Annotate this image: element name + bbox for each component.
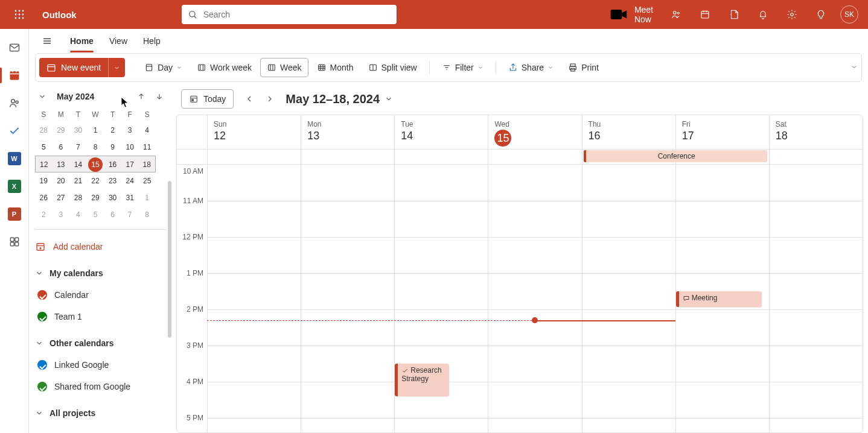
mini-date-cell[interactable]: 31 — [121, 189, 139, 206]
time-slot[interactable] — [301, 346, 394, 382]
view-month[interactable]: Month — [311, 58, 360, 77]
time-slot[interactable] — [582, 418, 675, 432]
time-slot[interactable] — [207, 346, 301, 382]
mini-date-cell[interactable]: 25 — [138, 172, 156, 189]
time-slot[interactable] — [582, 237, 675, 273]
mini-date-cell[interactable]: 28 — [35, 122, 53, 139]
view-split[interactable]: Split view — [362, 58, 423, 77]
mini-date-cell[interactable]: 20 — [53, 172, 70, 189]
mini-date-cell[interactable]: 15 — [87, 156, 104, 172]
app-launcher[interactable] — [5, 0, 34, 29]
search-box[interactable] — [182, 5, 397, 24]
mini-date-cell[interactable]: 30 — [69, 122, 87, 139]
mini-date-cell[interactable]: 30 — [104, 189, 121, 206]
allday-slot[interactable] — [769, 150, 863, 164]
time-slot[interactable] — [301, 418, 394, 432]
allday-slot[interactable] — [394, 150, 488, 164]
date-range-picker[interactable]: May 12–18, 2024 — [286, 92, 393, 106]
day-header[interactable]: Fri17 — [675, 115, 769, 149]
rail-apps[interactable] — [0, 228, 29, 256]
nav-toggle[interactable] — [35, 29, 59, 53]
mini-date-cell[interactable]: 2 — [104, 122, 121, 139]
time-slot[interactable] — [769, 201, 863, 237]
mini-date-cell[interactable]: 5 — [35, 139, 53, 156]
time-slot[interactable] — [488, 346, 581, 382]
share-button[interactable]: Share — [502, 58, 560, 77]
mini-date-cell[interactable]: 2 — [35, 206, 53, 223]
notes-icon[interactable] — [720, 0, 748, 29]
time-slot[interactable] — [488, 201, 581, 237]
view-workweek[interactable]: Work week — [191, 58, 258, 77]
mini-date-cell[interactable]: 7 — [121, 206, 139, 223]
mini-date-cell[interactable]: 23 — [104, 172, 121, 189]
mini-date-cell[interactable]: 4 — [69, 206, 87, 223]
tab-help[interactable]: Help — [143, 30, 161, 52]
time-slot[interactable] — [207, 382, 301, 418]
time-slot[interactable] — [675, 382, 769, 418]
mini-cal-toggle[interactable] — [35, 89, 49, 104]
day-header[interactable]: Thu16 — [582, 115, 675, 149]
mini-date-cell[interactable]: 3 — [121, 122, 139, 139]
event-meeting[interactable]: Meeting — [676, 291, 762, 307]
rail-mail[interactable] — [0, 34, 29, 62]
rail-todo[interactable] — [0, 117, 29, 145]
time-slot[interactable] — [207, 418, 301, 432]
mini-date-cell[interactable]: 6 — [53, 139, 70, 156]
print-button[interactable]: Print — [562, 58, 605, 77]
allday-event-conference[interactable]: Conference — [584, 150, 767, 162]
settings-icon[interactable] — [777, 0, 806, 29]
time-slot[interactable] — [488, 273, 581, 309]
day-header[interactable]: Wed15 — [488, 115, 581, 149]
mini-date-cell[interactable]: 17 — [121, 156, 139, 172]
mini-date-cell[interactable]: 1 — [138, 189, 156, 206]
time-slot[interactable] — [582, 165, 675, 201]
time-slot[interactable] — [769, 237, 863, 273]
mini-date-cell[interactable]: 22 — [87, 172, 104, 189]
mini-date-cell[interactable]: 4 — [138, 122, 156, 139]
time-slot[interactable] — [394, 418, 488, 432]
mini-date-cell[interactable]: 27 — [53, 189, 70, 206]
time-slot[interactable] — [675, 346, 769, 382]
bell-icon[interactable] — [748, 0, 777, 29]
mini-date-cell[interactable]: 26 — [35, 189, 53, 206]
section-my-calendars[interactable]: My calendars — [35, 262, 167, 284]
time-slot[interactable] — [675, 201, 769, 237]
ribbon-expand[interactable] — [850, 63, 858, 72]
mini-date-cell[interactable]: 14 — [69, 156, 87, 172]
rail-word[interactable]: W — [0, 145, 29, 172]
time-slot[interactable] — [769, 309, 863, 346]
rail-ppt[interactable]: P — [0, 200, 29, 228]
search-input[interactable] — [202, 9, 391, 20]
day-header[interactable]: Tue14 — [394, 115, 488, 149]
time-slot[interactable] — [769, 165, 863, 201]
mini-prev-month[interactable] — [134, 89, 148, 104]
mini-date-cell[interactable]: 8 — [138, 206, 156, 223]
mini-date-cell[interactable]: 24 — [121, 172, 139, 189]
mini-date-cell[interactable]: 11 — [138, 139, 156, 156]
calendar-item[interactable]: Linked Google — [35, 354, 167, 376]
time-slot[interactable] — [675, 165, 769, 201]
time-slot[interactable] — [769, 273, 863, 309]
time-slot[interactable] — [488, 237, 581, 273]
mini-date-cell[interactable]: 8 — [87, 139, 104, 156]
calendar-item[interactable]: Calendar — [35, 284, 167, 306]
new-event-chevron[interactable] — [108, 58, 125, 77]
meet-now-button[interactable]: Meet Now — [601, 5, 662, 24]
time-slot[interactable] — [488, 418, 581, 432]
mini-date-cell[interactable]: 19 — [35, 172, 53, 189]
mini-date-cell[interactable]: 29 — [53, 122, 70, 139]
mini-date-cell[interactable]: 7 — [69, 139, 87, 156]
tab-home[interactable]: Home — [70, 30, 94, 52]
time-slot[interactable] — [769, 382, 863, 418]
time-slot[interactable] — [301, 201, 394, 237]
time-slot[interactable] — [769, 418, 863, 432]
time-slot[interactable] — [301, 273, 394, 309]
add-calendar-button[interactable]: Add calendar — [35, 236, 167, 258]
time-slot[interactable] — [207, 309, 301, 346]
time-slot[interactable] — [207, 273, 301, 309]
mini-date-cell[interactable]: 3 — [53, 206, 70, 223]
section-all-projects[interactable]: All projects — [35, 402, 167, 424]
mini-date-cell[interactable]: 28 — [69, 189, 87, 206]
mini-date-cell[interactable]: 5 — [87, 206, 104, 223]
time-slot[interactable] — [582, 309, 675, 346]
